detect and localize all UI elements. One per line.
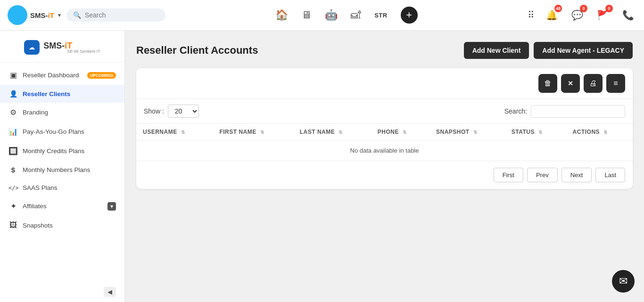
- col-first-name[interactable]: FIRST NAME ⇅: [213, 124, 293, 140]
- affiliates-icon: ✦: [8, 202, 18, 211]
- numbers-icon: $: [8, 166, 18, 174]
- nav-center-icons: 🏠 🖥 🤖 🛋 STR +: [171, 7, 522, 24]
- lastname-sort-icon[interactable]: ⇅: [339, 130, 343, 135]
- logo-cloud-icon: ☁: [24, 40, 40, 55]
- col-actions-label: ACTIONS: [573, 129, 600, 135]
- sidebar-label-clients: Reseller Clients: [23, 90, 116, 98]
- sidebar-item-saas-plans[interactable]: </> SAAS Plans: [0, 179, 124, 196]
- chat-button[interactable]: ✉: [612, 270, 635, 293]
- flag-badge: 0: [605, 5, 613, 12]
- dashboard-icon: ▣: [8, 71, 18, 80]
- main-layout: ☁ SMS-iT SE-Mi Sentient IT ▣ Reseller Da…: [0, 31, 644, 302]
- brand-avatar: [8, 5, 27, 25]
- show-label-text: Show :: [144, 107, 164, 115]
- topnav: SMS-iT ▾ 🔍 🏠 🖥 🤖 🛋 STR + ⠿ 🔔 48 💬 0 🚩 0 …: [0, 0, 644, 31]
- sidebar-item-branding[interactable]: ⚙ Branding: [0, 103, 124, 122]
- col-snapshot[interactable]: SNAPSHOT ⇅: [429, 124, 505, 140]
- sidebar-label-credits: Monthly Credits Plans: [23, 147, 116, 155]
- print-toolbar-button[interactable]: 🖨: [584, 74, 603, 93]
- table-toolbar: 🗑 ✕ 🖨 ≡: [136, 68, 633, 98]
- show-count-select[interactable]: 20 10 50 100: [168, 105, 199, 118]
- robot-icon[interactable]: 🤖: [325, 9, 338, 21]
- saas-icon: </>: [8, 185, 18, 191]
- search-input[interactable]: [85, 11, 159, 19]
- col-firstname-label: FIRST NAME: [219, 129, 256, 135]
- sidebar: ☁ SMS-iT SE-Mi Sentient IT ▣ Reseller Da…: [0, 31, 125, 302]
- notifications-icon[interactable]: 🔔 48: [543, 7, 560, 24]
- sidebar-item-reseller-clients[interactable]: 👤 Reseller Clients: [0, 85, 124, 103]
- sidebar-logo: ☁ SMS-iT SE-Mi Sentient IT: [0, 31, 124, 59]
- home-icon[interactable]: 🏠: [275, 9, 288, 21]
- last-page-button[interactable]: Last: [595, 168, 625, 182]
- monitor-icon[interactable]: 🖥: [301, 9, 312, 21]
- branding-icon: ⚙: [8, 108, 18, 117]
- col-username-label: USERNAME: [143, 129, 177, 135]
- username-sort-icon[interactable]: ⇅: [181, 130, 185, 135]
- table-row-no-data: No data available in table: [136, 140, 633, 161]
- col-phone[interactable]: PHONE ⇅: [371, 124, 429, 140]
- add-new-agent-button[interactable]: Add New Agent - LEGACY: [534, 42, 633, 59]
- table-controls: Show : 20 10 50 100 Search:: [136, 98, 633, 124]
- show-label: Show : 20 10 50 100: [144, 105, 199, 118]
- excel-toolbar-button[interactable]: ✕: [561, 74, 580, 93]
- affiliates-expand-button[interactable]: ▾: [107, 202, 116, 211]
- col-status[interactable]: STATUS ⇅: [505, 124, 566, 140]
- page-header: Reseller Client Accounts Add New Client …: [136, 42, 633, 59]
- col-snapshot-label: SNAPSHOT: [436, 129, 470, 135]
- columns-toolbar-button[interactable]: ≡: [606, 74, 625, 93]
- pagination: First Prev Next Last: [136, 161, 633, 189]
- sidebar-label-dashboard: Reseller Dashboard: [23, 72, 83, 79]
- data-table: USERNAME ⇅ FIRST NAME ⇅ LAST NAME ⇅ PH: [136, 124, 633, 161]
- sidebar-item-reseller-dashboard[interactable]: ▣ Reseller Dashboard UPCOMING: [0, 65, 124, 85]
- sidebar-item-pay-as-you-go[interactable]: 📊 Pay-As-You-Go Plans: [0, 122, 124, 141]
- pay-asyougo-icon: 📊: [8, 127, 18, 136]
- status-sort-icon[interactable]: ⇅: [538, 130, 543, 135]
- page-title: Reseller Client Accounts: [136, 44, 258, 57]
- brand-dropdown-icon[interactable]: ▾: [58, 12, 61, 18]
- str-button[interactable]: STR: [374, 12, 388, 19]
- brand-name: SMS-iT: [30, 11, 54, 19]
- sidebar-label-branding: Branding: [23, 109, 116, 116]
- table-search-input[interactable]: [531, 105, 625, 118]
- credits-icon: 🔲: [8, 147, 18, 155]
- clients-icon: 👤: [8, 90, 18, 98]
- actions-sort-icon[interactable]: ⇅: [603, 130, 608, 135]
- search-bar[interactable]: 🔍: [66, 8, 165, 22]
- sidebar-collapse-button[interactable]: ◀: [0, 282, 124, 302]
- sidebar-item-monthly-numbers[interactable]: $ Monthly Numbers Plans: [0, 161, 124, 179]
- delete-toolbar-button[interactable]: 🗑: [538, 74, 557, 93]
- snapshots-icon: 🖼: [8, 221, 18, 229]
- notification-badge: 48: [554, 5, 562, 12]
- col-username[interactable]: USERNAME ⇅: [136, 124, 213, 140]
- brand-logo[interactable]: SMS-iT ▾: [8, 5, 61, 25]
- sidebar-item-affiliates[interactable]: ✦ Affiliates ▾: [0, 196, 124, 216]
- phone-icon[interactable]: 📞: [619, 7, 636, 24]
- logo-subtitle: SE-Mi Sentient IT: [67, 49, 100, 54]
- sidebar-item-snapshots[interactable]: 🖼 Snapshots: [0, 216, 124, 235]
- sidebar-item-monthly-credits[interactable]: 🔲 Monthly Credits Plans: [0, 141, 124, 161]
- snapshot-sort-icon[interactable]: ⇅: [473, 130, 478, 135]
- messages-badge: 0: [580, 5, 587, 12]
- messages-icon[interactable]: 💬 0: [569, 7, 586, 24]
- grid-icon[interactable]: ⠿: [528, 9, 535, 21]
- table-card: 🗑 ✕ 🖨 ≡ Show : 20 10 50 100 Search:: [136, 68, 633, 189]
- collapse-icon[interactable]: ◀: [104, 287, 116, 297]
- upcoming-badge: UPCOMING: [87, 72, 116, 79]
- phone-sort-icon[interactable]: ⇅: [403, 130, 407, 135]
- search-control: Search:: [504, 105, 625, 118]
- firstname-sort-icon[interactable]: ⇅: [260, 130, 264, 135]
- flag-icon[interactable]: 🚩 0: [594, 7, 611, 24]
- table-body: No data available in table: [136, 140, 633, 161]
- prev-page-button[interactable]: Prev: [527, 168, 558, 182]
- plus-button[interactable]: +: [401, 7, 418, 24]
- sidebar-label-snapshots: Snapshots: [23, 222, 116, 229]
- first-page-button[interactable]: First: [494, 168, 523, 182]
- col-last-name[interactable]: LAST NAME ⇅: [293, 124, 371, 140]
- sofa-icon[interactable]: 🛋: [351, 9, 361, 21]
- add-new-client-button[interactable]: Add New Client: [464, 42, 529, 59]
- col-phone-label: PHONE: [378, 129, 399, 135]
- sidebar-label-numbers: Monthly Numbers Plans: [23, 166, 116, 173]
- header-actions: Add New Client Add New Agent - LEGACY: [464, 42, 633, 59]
- search-control-label: Search:: [504, 107, 527, 115]
- next-page-button[interactable]: Next: [561, 168, 592, 182]
